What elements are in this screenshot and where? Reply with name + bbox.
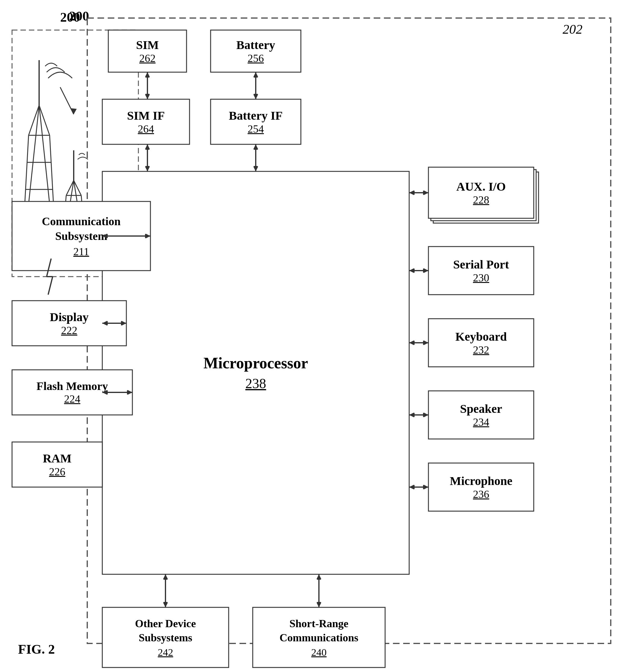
other-label: Other DeviceSubsystems bbox=[135, 617, 196, 645]
display-component: Display 222 bbox=[12, 301, 126, 346]
svg-marker-130 bbox=[409, 340, 414, 345]
svg-marker-146 bbox=[145, 94, 150, 99]
ram-label: RAM bbox=[43, 451, 72, 465]
svg-marker-51 bbox=[254, 94, 258, 99]
flash-number: 224 bbox=[64, 393, 80, 405]
serial-label: Serial Port bbox=[453, 257, 509, 271]
comm-number: 211 bbox=[73, 245, 89, 258]
svg-line-21 bbox=[74, 181, 81, 195]
svg-marker-139 bbox=[163, 574, 168, 579]
svg-marker-57 bbox=[254, 166, 258, 171]
microphone-label: Microphone bbox=[450, 474, 512, 488]
speaker-label: Speaker bbox=[460, 402, 502, 416]
battery-component: Battery 256 bbox=[211, 30, 301, 72]
display-label: Display bbox=[50, 310, 89, 324]
svg-marker-133 bbox=[409, 412, 414, 417]
ram-component: RAM 226 bbox=[12, 442, 102, 487]
speaker-component: Speaker 234 bbox=[428, 391, 534, 439]
svg-marker-151 bbox=[145, 144, 150, 149]
aux-number: 228 bbox=[473, 194, 489, 206]
other-number: 242 bbox=[158, 647, 173, 658]
svg-marker-154 bbox=[253, 144, 258, 149]
sim-number: 262 bbox=[139, 52, 156, 65]
fig-label: FIG. 2 bbox=[18, 642, 55, 657]
svg-marker-47 bbox=[145, 72, 149, 77]
svg-line-6 bbox=[29, 105, 39, 135]
svg-marker-84 bbox=[409, 341, 415, 345]
svg-marker-143 bbox=[317, 603, 321, 607]
micro-number: 238 bbox=[246, 376, 266, 391]
sim-label: SIM bbox=[136, 38, 159, 52]
svg-line-11 bbox=[51, 162, 53, 189]
svg-marker-131 bbox=[424, 340, 428, 345]
microphone-number: 236 bbox=[473, 488, 489, 501]
svg-marker-88 bbox=[423, 413, 428, 417]
figure-202-label: 202 bbox=[563, 22, 582, 37]
simif-number: 264 bbox=[138, 123, 154, 135]
microphone-component: Microphone 236 bbox=[428, 463, 534, 511]
comm-label: CommunicationSubsystem bbox=[42, 214, 121, 244]
svg-marker-50 bbox=[254, 72, 258, 77]
battif-component: Battery IF 254 bbox=[211, 99, 301, 144]
svg-marker-97 bbox=[317, 602, 321, 607]
svg-marker-79 bbox=[423, 191, 428, 195]
comm-component: CommunicationSubsystem 211 bbox=[12, 201, 150, 271]
aux-component: AUX. I/O 228 bbox=[428, 167, 534, 218]
svg-marker-142 bbox=[317, 574, 321, 579]
svg-marker-155 bbox=[253, 167, 258, 171]
svg-marker-78 bbox=[409, 191, 415, 195]
svg-marker-87 bbox=[409, 413, 415, 417]
svg-marker-136 bbox=[409, 485, 414, 489]
svg-marker-56 bbox=[254, 144, 258, 150]
page: 200 bbox=[0, 0, 627, 672]
aux-label: AUX. I/O bbox=[457, 179, 506, 194]
svg-marker-137 bbox=[424, 485, 428, 489]
svg-marker-82 bbox=[423, 268, 428, 273]
svg-marker-96 bbox=[317, 574, 321, 580]
svg-marker-149 bbox=[253, 94, 258, 99]
svg-marker-93 bbox=[163, 574, 168, 580]
flash-component: Flash Memory 224 bbox=[12, 370, 132, 415]
svg-marker-81 bbox=[409, 268, 415, 273]
svg-line-14 bbox=[60, 87, 74, 114]
figure-200-label: 200 bbox=[60, 9, 80, 25]
svg-marker-124 bbox=[409, 190, 414, 195]
svg-marker-128 bbox=[424, 268, 428, 273]
svg-line-159 bbox=[48, 277, 53, 295]
svg-marker-91 bbox=[423, 485, 428, 489]
micro-label: Microprocessor bbox=[203, 354, 308, 372]
svg-marker-15 bbox=[71, 108, 77, 114]
svg-line-20 bbox=[66, 181, 74, 195]
svg-marker-134 bbox=[424, 412, 428, 417]
battery-label: Battery bbox=[236, 38, 275, 52]
battif-number: 254 bbox=[248, 123, 264, 135]
svg-marker-125 bbox=[424, 190, 428, 195]
svg-marker-48 bbox=[145, 94, 149, 99]
serial-number: 230 bbox=[473, 271, 489, 284]
svg-line-10 bbox=[26, 162, 27, 189]
svg-marker-94 bbox=[163, 602, 168, 607]
serial-component: Serial Port 230 bbox=[428, 246, 534, 295]
simif-label: SIM IF bbox=[127, 109, 165, 123]
shortrange-number: 240 bbox=[311, 647, 327, 658]
svg-marker-85 bbox=[423, 341, 428, 345]
flash-label: Flash Memory bbox=[37, 380, 108, 393]
svg-line-9 bbox=[50, 135, 51, 162]
svg-marker-127 bbox=[409, 268, 414, 273]
svg-marker-145 bbox=[145, 72, 150, 77]
svg-marker-140 bbox=[163, 603, 168, 607]
svg-line-7 bbox=[39, 105, 50, 135]
keyboard-number: 232 bbox=[473, 344, 489, 356]
sim-component: SIM 262 bbox=[108, 30, 187, 72]
battif-label: Battery IF bbox=[229, 109, 283, 123]
display-number: 222 bbox=[61, 324, 77, 337]
other-component: Other DeviceSubsystems 242 bbox=[102, 607, 229, 668]
keyboard-component: Keyboard 232 bbox=[428, 319, 534, 367]
svg-marker-53 bbox=[145, 144, 149, 150]
keyboard-label: Keyboard bbox=[455, 330, 507, 344]
svg-line-8 bbox=[27, 135, 29, 162]
shortrange-label: Short-RangeCommunications bbox=[279, 617, 358, 645]
svg-marker-148 bbox=[253, 72, 258, 77]
battery-number: 256 bbox=[248, 52, 264, 65]
speaker-number: 234 bbox=[473, 416, 489, 429]
